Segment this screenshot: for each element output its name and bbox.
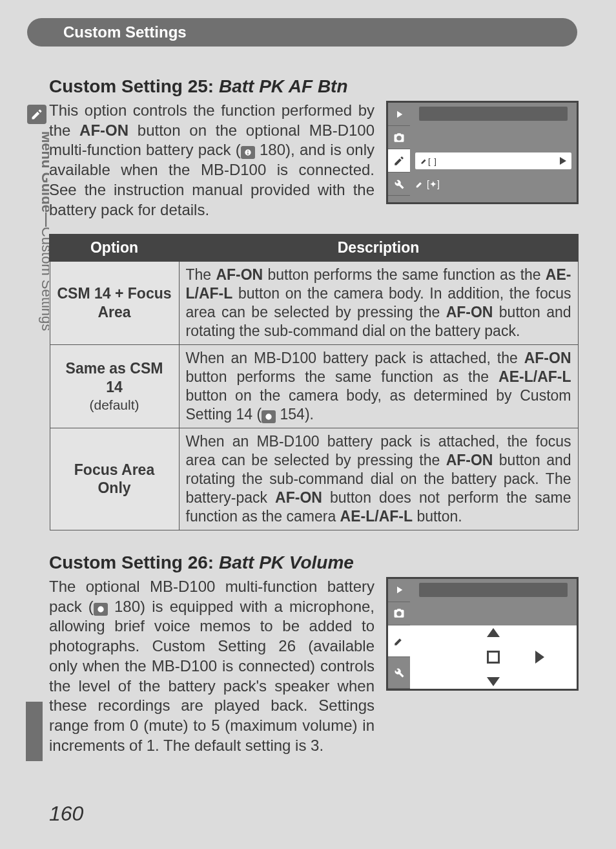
setting-25-prefix: Custom Setting 25: [49, 76, 219, 96]
setting-26-name: Batt PK Volume [219, 552, 354, 572]
side-tab: Menu Guide—Custom Settings [23, 102, 52, 761]
lcd-blank-row [410, 602, 577, 625]
s26-text-b: 180) is equipped with a microphone, allo… [49, 598, 375, 754]
arrow-down-icon [487, 677, 500, 686]
pencil-icon [27, 105, 46, 124]
level-indicator [487, 651, 500, 664]
setting-26-title: Custom Setting 26: Batt PK Volume [49, 552, 579, 573]
table-header-row: Option Description [50, 235, 578, 261]
lcd-preview-25: [ ] [✦] [386, 101, 579, 204]
content-area: Custom Setting 25: Batt PK AF Btn This o… [49, 76, 579, 755]
arrow-up-icon [487, 628, 500, 637]
setting-25-name: Batt PK AF Btn [219, 76, 348, 96]
options-table: Option Description CSM 14 + Focus Area T… [49, 234, 579, 530]
th-description: Description [179, 235, 578, 261]
lcd-menu-text: [ ] [420, 156, 437, 166]
lcd-preview-26 [386, 577, 579, 691]
th-option: Option [50, 235, 179, 261]
camera-icon [388, 602, 410, 625]
play-icon [388, 103, 410, 126]
lcd-spacer-body [410, 196, 577, 202]
wrench-icon [388, 173, 410, 196]
table-row: CSM 14 + Focus Area The AF-ON button per… [50, 261, 578, 344]
option-name-3: Focus Area Only [50, 428, 179, 530]
chevron-right-icon [535, 651, 544, 664]
lcd-selected-row: [ ] [410, 149, 577, 173]
lcd-title-row [410, 103, 577, 126]
pencil-small-icon [415, 180, 424, 189]
option-desc-1: The AF-ON button performs the same funct… [179, 261, 578, 344]
page-ref-icon [241, 146, 255, 159]
setting-25-title: Custom Setting 25: Batt PK AF Btn [49, 76, 579, 97]
table-row: Focus Area Only When an MB-D100 battery … [50, 428, 578, 530]
lcd-bottom-row: [✦] [410, 173, 577, 196]
setting-26-prefix: Custom Setting 26: [49, 552, 219, 572]
setting-26-body: The optional MB-D100 multi-function batt… [49, 577, 375, 755]
chevron-right-icon [560, 157, 566, 165]
setting-26-section: Custom Setting 26: Batt PK Volume The op… [49, 552, 579, 755]
option-desc-2: When an MB-D100 battery pack is attached… [179, 345, 578, 428]
camera-icon [388, 126, 410, 149]
page-ref-icon [262, 410, 276, 423]
volume-control [410, 625, 577, 689]
setting-26-row: The optional MB-D100 multi-function batt… [49, 577, 579, 755]
setting-25-body: This option controls the function perfor… [49, 101, 375, 220]
lcd-spacer [388, 196, 410, 202]
page-number: 160 [49, 802, 83, 826]
s25-text-b: AF-ON [79, 121, 128, 139]
pencil-menu-icon [388, 149, 410, 173]
focus-bracket-icon: [✦] [427, 179, 440, 189]
header-title: Custom Settings [63, 23, 187, 41]
play-icon [388, 579, 410, 602]
option-desc-3: When an MB-D100 battery pack is attached… [179, 428, 578, 530]
setting-25-row: This option controls the function perfor… [49, 101, 579, 220]
page-ref-icon [94, 603, 108, 616]
wrench-icon [388, 657, 410, 689]
pencil-menu-icon [388, 625, 410, 657]
header-band: Custom Settings [0, 0, 616, 71]
side-active-marker [26, 702, 43, 761]
table-row: Same as CSM 14 (default) When an MB-D100… [50, 345, 578, 428]
option-name-2: Same as CSM 14 (default) [50, 345, 179, 428]
option-name-1: CSM 14 + Focus Area [50, 261, 179, 344]
header-pill: Custom Settings [27, 18, 577, 47]
lcd-title-row [410, 579, 577, 602]
lcd-blank-row [410, 126, 577, 149]
